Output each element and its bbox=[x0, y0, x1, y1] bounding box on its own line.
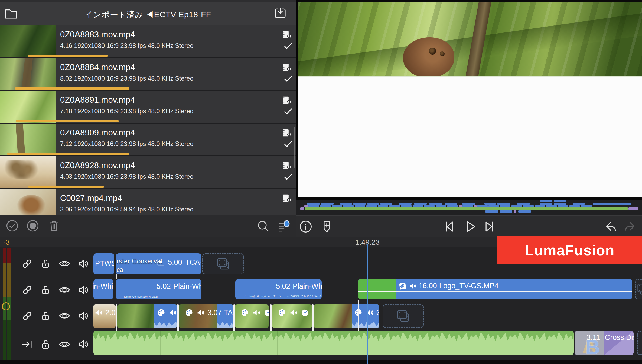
search-icon[interactable] bbox=[253, 216, 272, 235]
speaker-icon[interactable] bbox=[77, 338, 90, 351]
undo-icon[interactable] bbox=[600, 217, 619, 236]
overview-segment bbox=[340, 203, 352, 205]
clip-footnote: Tarsier Conservation Area 2F bbox=[123, 295, 159, 298]
sort-filter-icon[interactable] bbox=[275, 216, 294, 235]
timeline-playhead[interactable] bbox=[367, 244, 368, 364]
overview-segment bbox=[304, 205, 308, 207]
overview-segment bbox=[518, 210, 531, 213]
clip-thumbnail bbox=[0, 124, 56, 155]
video-clip[interactable]: 3.07TAS_( bbox=[179, 304, 233, 328]
speaker-icon[interactable] bbox=[77, 309, 90, 322]
speaker-icon[interactable] bbox=[77, 257, 90, 270]
clip-duration: 16.00 bbox=[419, 282, 437, 290]
clip-label: Plain-Whit bbox=[173, 282, 201, 291]
insert-arrow-icon[interactable] bbox=[21, 338, 34, 351]
volume-line[interactable] bbox=[93, 340, 574, 340]
clip-placeholder[interactable] bbox=[637, 331, 642, 355]
title-clip[interactable]: rsier Conservatea5.00TCA-C bbox=[116, 253, 201, 274]
eye-icon[interactable] bbox=[58, 257, 71, 270]
clip-badges: 3.0 bbox=[157, 308, 177, 317]
link-icon[interactable] bbox=[21, 309, 34, 322]
link-icon[interactable] bbox=[21, 257, 34, 270]
video-clip[interactable]: 3.2 bbox=[314, 304, 379, 328]
skip-back-icon[interactable] bbox=[439, 217, 458, 236]
overview-segment bbox=[355, 205, 365, 207]
media-clip-row[interactable]: 0Z0A8883.mov.mp44.16 1920x1080 16:9 23.9… bbox=[0, 25, 296, 58]
overview-segment bbox=[447, 205, 458, 207]
trash-icon[interactable] bbox=[44, 216, 63, 235]
video-clip[interactable]: 4 bbox=[235, 304, 269, 328]
unlock-icon[interactable] bbox=[39, 309, 52, 322]
speaker-solid-icon bbox=[289, 308, 298, 317]
media-clip-row[interactable]: 0Z0A8884.mov.mp48.02 1920x1080 16:9 23.9… bbox=[0, 58, 296, 91]
eye-icon[interactable] bbox=[58, 309, 71, 322]
title-clip[interactable]: 5.02Plain-Whitツール画に変わったら、モニターシャで確認してみてくだ… bbox=[235, 279, 322, 299]
title-clip[interactable]: PTWS- bbox=[93, 253, 114, 274]
edit-point-line bbox=[358, 300, 359, 333]
redo-icon[interactable] bbox=[621, 217, 640, 236]
speaker-solid-icon bbox=[94, 308, 103, 317]
clip-placeholder[interactable] bbox=[635, 279, 642, 299]
clip-metadata: 7.18 1920x1080 16:9 23.98 fps 48.0 KHz S… bbox=[60, 108, 193, 115]
library-title[interactable]: インポート済み ◀ECTV-Ep18-FF bbox=[0, 9, 296, 20]
overview-segment bbox=[367, 203, 379, 205]
clip-filename: 0Z0A8884.mov.mp4 bbox=[60, 62, 135, 72]
title-clip[interactable]: in-Whit bbox=[93, 279, 113, 299]
overview-playhead[interactable] bbox=[592, 196, 592, 216]
clip-label: in-Whit bbox=[93, 282, 113, 291]
clip-duration: 2.06 bbox=[105, 309, 116, 317]
media-clip-row[interactable]: C0027.mp4.mp43.06 1920x1080 16:9 59.94 f… bbox=[0, 189, 296, 215]
import-download-icon[interactable] bbox=[273, 6, 288, 21]
edit-point-line bbox=[116, 274, 117, 279]
overview-segment bbox=[485, 210, 498, 213]
audio-clip[interactable] bbox=[93, 331, 574, 355]
eye-icon[interactable] bbox=[58, 283, 71, 296]
clip-footnote: ツール画に変わったら、モニターシャで確認してみてください! bbox=[243, 294, 321, 298]
unlock-icon[interactable] bbox=[39, 257, 52, 270]
clip-label: Logo_TV-GS.MP4 bbox=[439, 282, 498, 290]
tarsier bbox=[403, 37, 454, 76]
speaker-solid-icon bbox=[196, 308, 205, 317]
info-icon[interactable] bbox=[296, 217, 315, 236]
overview-segment bbox=[459, 205, 462, 207]
clip-separator[interactable] bbox=[177, 304, 179, 331]
clip-separator[interactable] bbox=[312, 304, 314, 331]
clip-metadata: 8.02 1920x1080 16:9 23.98 fps 48.0 KHz S… bbox=[60, 75, 193, 82]
cross-dissolve-clip[interactable]: AB3.11Cross Dissolv bbox=[575, 331, 634, 355]
media-clip[interactable]: 16.00Logo_TV-GS.MP4 bbox=[358, 279, 632, 299]
media-clip-row[interactable]: 0Z0A8909.mov.mp47.12 1920x1080 16:9 23.9… bbox=[0, 124, 296, 156]
film-audio-icon bbox=[282, 127, 292, 138]
video-clip[interactable]: 2.06 bbox=[93, 304, 116, 328]
clip-duration: 3.07 bbox=[207, 309, 222, 317]
timeline-overview[interactable] bbox=[296, 200, 642, 215]
play-icon[interactable] bbox=[460, 217, 479, 236]
speaker-icon[interactable] bbox=[77, 283, 90, 296]
unlock-icon[interactable] bbox=[39, 338, 52, 351]
add-marker-icon[interactable] bbox=[317, 217, 336, 236]
title-clip[interactable]: 5.02Plain-WhitTarsier Conservation Area … bbox=[116, 279, 201, 299]
clip-separator[interactable] bbox=[116, 304, 117, 331]
video-clip[interactable]: 3.0 bbox=[117, 304, 177, 328]
select-check-icon[interactable] bbox=[3, 216, 22, 235]
link-icon[interactable] bbox=[21, 283, 34, 296]
overview-segment bbox=[343, 205, 354, 207]
overview-segment bbox=[593, 203, 631, 205]
record-icon[interactable] bbox=[23, 216, 42, 235]
usage-bar bbox=[7, 153, 129, 155]
eye-icon[interactable] bbox=[58, 338, 71, 351]
clip-separator[interactable] bbox=[233, 304, 235, 331]
stabilize-badge-icon bbox=[398, 282, 407, 290]
skip-forward-icon[interactable] bbox=[481, 217, 500, 236]
media-clip-row[interactable]: 0Z0A8891.mov.mp47.18 1920x1080 16:9 23.9… bbox=[0, 91, 296, 124]
clip-duration: 5.02 bbox=[157, 282, 171, 291]
clip-duration: 5.02 bbox=[276, 282, 290, 291]
media-clip-row[interactable]: 0Z0A8928.mov.mp44.03 1920x1080 16:9 23.9… bbox=[0, 156, 296, 189]
overview-segment bbox=[488, 205, 499, 207]
clip-placeholder[interactable] bbox=[202, 253, 244, 274]
video-clip[interactable]: 4.0 bbox=[272, 304, 312, 328]
library-scrollbar[interactable] bbox=[294, 127, 295, 168]
clip-separator[interactable] bbox=[270, 304, 272, 331]
gauge-icon bbox=[300, 308, 309, 317]
clip-placeholder[interactable] bbox=[383, 304, 424, 328]
unlock-icon[interactable] bbox=[39, 283, 52, 296]
